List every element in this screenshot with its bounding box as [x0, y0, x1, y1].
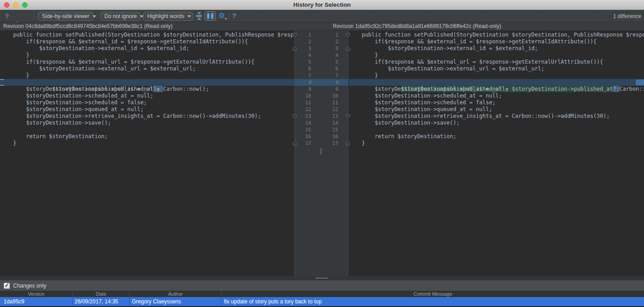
column-header-author[interactable]: Author: [130, 291, 222, 297]
code-line[interactable]: if($response && $external_url = $respons…: [0, 59, 294, 65]
right-line-number: 13: [332, 113, 338, 120]
code-line[interactable]: return $storyDestination;: [0, 133, 294, 140]
previous-difference-button[interactable]: [4, 12, 11, 20]
left-line-number: 16: [305, 133, 311, 140]
code-line[interactable]: $storyDestination->unpublished_at = null…: [0, 86, 294, 93]
code-line[interactable]: }: [349, 52, 644, 59]
code-line[interactable]: $storyDestination->external_url = $exter…: [349, 65, 644, 72]
line-bar: [196, 16, 202, 17]
fold-marker-icon[interactable]: [292, 33, 297, 37]
gutter-row: 11: [295, 32, 348, 38]
code-line[interactable]: $storyDestination->scheduled = false;: [349, 99, 644, 106]
column-header-commit-message[interactable]: Commit Message: [222, 291, 644, 297]
code-line[interactable]: $storyDestination->scheduled_at = null;: [349, 93, 644, 99]
code-line[interactable]: $storyDestination->queued_at = null;: [349, 106, 644, 113]
gutter-splitter-grip[interactable]: [321, 148, 322, 149]
code-line[interactable]: if($response && $external_id = $response…: [0, 38, 294, 45]
right-line-number: 7: [335, 72, 338, 79]
code-line[interactable]: $storyDestination->save();: [0, 120, 294, 126]
changed-code-line[interactable]: $storyDestination->published_at = $story…: [349, 79, 644, 86]
gutter-row: 1111: [295, 99, 348, 106]
gutter-row: 1414: [295, 120, 348, 126]
right-line-number: 10: [332, 93, 338, 99]
code-line[interactable]: }: [0, 52, 294, 59]
gutter-row: 66: [295, 65, 348, 72]
code-line[interactable]: if($response && $external_id = $response…: [349, 38, 644, 45]
gutter-row: 1717: [295, 140, 348, 147]
changes-only-checkbox[interactable]: ✓: [4, 283, 10, 289]
left-line-number: 6: [308, 65, 311, 72]
minimize-window-button[interactable]: [13, 2, 19, 8]
close-window-button[interactable]: [4, 2, 9, 8]
change-range-marker: [0, 79, 4, 80]
line-bar: [196, 15, 202, 16]
code-line[interactable]: return $storyDestination;: [349, 133, 644, 140]
help-icon[interactable]: ?: [232, 12, 236, 19]
diff-area: public function setPublished(StoryDestin…: [0, 31, 644, 276]
code-line[interactable]: [349, 126, 644, 133]
code-line[interactable]: $storyDestination->scheduled_at = null;: [0, 93, 294, 99]
toolbar-separator: [34, 13, 34, 19]
code-line[interactable]: public function setPublished(StoryDestin…: [349, 32, 644, 38]
code-line[interactable]: $storyDestination->external_url = $exter…: [0, 65, 294, 72]
whitespace-ignore-dropdown[interactable]: Do not ignore: [100, 12, 140, 21]
changes-only-label[interactable]: Changes only: [13, 283, 46, 289]
settings-gear-icon[interactable]: ⚙: [217, 11, 226, 20]
column-header-date[interactable]: Date: [73, 291, 130, 297]
code-line[interactable]: public function setPublished(StoryDestin…: [0, 32, 294, 38]
right-editor-pane[interactable]: public function setPublished(StoryDestin…: [349, 31, 644, 276]
code-line[interactable]: $storyDestination->retrieve_insights_at …: [349, 113, 644, 120]
code-line[interactable]: $storyDestination->scheduled = false;: [0, 99, 294, 106]
splitter-grip[interactable]: [316, 278, 317, 279]
left-line-number: 3: [308, 45, 311, 52]
toolbar-separator: [229, 13, 229, 19]
left-editor-pane[interactable]: public function setPublished(StoryDestin…: [0, 31, 294, 276]
changed-code-line[interactable]: $storyDestination->published_at = Carbon…: [0, 79, 294, 86]
collapse-unchanged-icon[interactable]: [196, 12, 202, 20]
fold-marker-icon[interactable]: [292, 141, 297, 146]
code-line[interactable]: $storyDestination->external_id = $extern…: [0, 45, 294, 52]
right-line-number: 8: [336, 79, 339, 86]
viewer-mode-label: Side-by-side viewer: [42, 13, 89, 19]
code-line[interactable]: if($response && $external_url = $respons…: [349, 59, 644, 65]
right-line-number: 1: [335, 32, 338, 38]
highlight-mode-label: Highlight words: [147, 13, 184, 19]
viewer-mode-dropdown[interactable]: Side-by-side viewer: [38, 12, 93, 21]
code-line[interactable]: $storyDestination->retrieve_insights_at …: [0, 113, 294, 120]
code-line[interactable]: [0, 126, 294, 133]
highlight-mode-dropdown[interactable]: Highlight words: [143, 12, 193, 21]
row-message-cell: fix update of story puts a tory back to …: [222, 297, 644, 306]
code-line[interactable]: }: [0, 140, 294, 147]
row-version-cell: 1da95c9: [0, 297, 73, 306]
code-text: Carbon::now();: [620, 86, 644, 92]
toolbar-separator: [97, 13, 97, 19]
code-line[interactable]: }: [349, 140, 644, 147]
column-header-version[interactable]: Version: [0, 291, 73, 297]
history-row-selected[interactable]: 1da95c9 26/09/2017, 14:35 Gregory Claeys…: [0, 297, 644, 306]
zoom-window-button[interactable]: [22, 2, 28, 8]
triangle-up-icon: [197, 18, 201, 20]
code-line[interactable]: $storyDestination->save();: [349, 120, 644, 126]
revision-headers: Revision 04c8da88bdf5ccd8c849745bc84e57b…: [0, 22, 644, 31]
triangle-down-icon: [197, 12, 201, 14]
code-line[interactable]: $storyDestination->queued_at = null;: [0, 106, 294, 113]
right-line-number: 2: [335, 38, 338, 45]
left-revision-title: Revision 04c8da88bdf5ccd8c849745bc84e57b…: [3, 23, 173, 29]
diff-toolbar: ✎ Side-by-side viewer Do not ignore High…: [0, 10, 644, 22]
right-line-number: 5: [335, 59, 338, 65]
gutter-row: 22: [295, 38, 348, 45]
fold-marker-icon[interactable]: [292, 46, 297, 51]
horizontal-splitter[interactable]: [0, 276, 644, 280]
left-line-number: 11: [305, 99, 311, 106]
gutter-row: 99: [295, 86, 348, 93]
right-pane-icon: [211, 13, 214, 19]
checkmark-icon: ✓: [5, 282, 9, 288]
gutter-row: 1010: [295, 93, 348, 99]
scrollbar-change-marker[interactable]: [636, 79, 644, 85]
synchronize-scrolling-toggle[interactable]: [205, 11, 216, 21]
left-line-number: 1: [308, 32, 311, 38]
code-line[interactable]: }: [0, 72, 294, 79]
fold-marker-icon[interactable]: [292, 114, 297, 119]
code-line[interactable]: $storyDestination->external_id = $extern…: [349, 45, 644, 52]
code-line[interactable]: }: [349, 72, 644, 79]
